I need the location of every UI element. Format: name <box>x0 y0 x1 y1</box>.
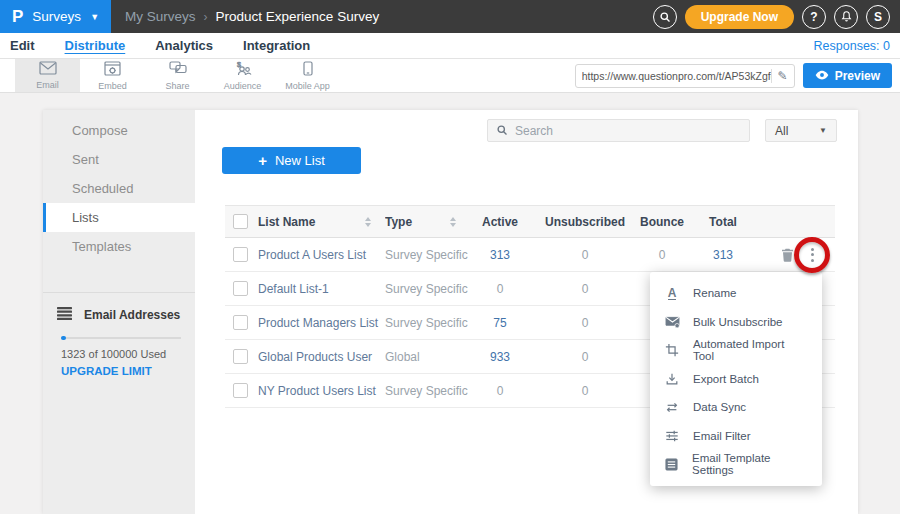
row-actions-kebab-menu[interactable] <box>806 245 819 265</box>
toolbar-item-label: Embed <box>98 81 127 91</box>
list-type: Global <box>385 350 420 364</box>
toolbar-item-audience[interactable]: $ Audience <box>210 59 275 92</box>
select-all-checkbox[interactable] <box>233 214 248 229</box>
list-type-filter-dropdown[interactable]: All ▼ <box>765 119 837 142</box>
product-switcher-label: Surveys <box>32 9 81 24</box>
top-navbar: P Surveys ▼ My Surveys › Product Experie… <box>0 0 900 33</box>
sidebar-item-sent[interactable]: Sent <box>43 145 195 174</box>
search-input[interactable] <box>515 124 741 138</box>
toolbar-right: ✎ Preview <box>575 63 900 88</box>
active-count[interactable]: 0 <box>470 282 530 296</box>
preview-button[interactable]: Preview <box>803 63 892 88</box>
product-switcher[interactable]: P Surveys ▼ <box>0 0 111 33</box>
list-name-link[interactable]: Default List-1 <box>258 282 329 296</box>
questionpro-logo: P <box>12 7 23 27</box>
sort-icon[interactable] <box>365 217 371 227</box>
menu-item-rename[interactable]: A Rename <box>650 279 822 308</box>
unsubscribed-count: 0 <box>530 384 640 398</box>
email-icon <box>39 61 57 79</box>
search-icon <box>496 122 508 140</box>
unsubscribed-count: 0 <box>530 282 640 296</box>
sidebar-item-compose[interactable]: Compose <box>43 116 195 145</box>
column-header-type[interactable]: Type <box>385 215 412 229</box>
list-type: Survey Specific <box>385 282 468 296</box>
embed-icon <box>104 61 121 80</box>
toolbar-item-label: Mobile App <box>285 81 330 91</box>
active-count[interactable]: 933 <box>470 350 530 364</box>
breadcrumb: My Surveys › Product Experience Survey <box>125 9 379 24</box>
help-button[interactable]: ? <box>802 5 826 29</box>
upgrade-now-button[interactable]: Upgrade Now <box>685 5 794 29</box>
list-type: Survey Specific <box>385 384 468 398</box>
sidebar-item-templates[interactable]: Templates <box>43 232 195 261</box>
toolbar-item-label: Audience <box>224 81 262 91</box>
active-count[interactable]: 0 <box>470 384 530 398</box>
row-checkbox[interactable] <box>233 281 248 296</box>
menu-item-email-template-settings[interactable]: Email Template Settings <box>650 450 822 479</box>
email-usage-progress-fill <box>61 336 66 340</box>
row-checkbox[interactable] <box>233 349 248 364</box>
row-actions-context-menu: A Rename Bulk Unsubscribe Automated Impo… <box>650 272 822 486</box>
app-window: P Surveys ▼ My Surveys › Product Experie… <box>0 0 900 514</box>
email-sidebar: Compose Sent Scheduled Lists Templates E… <box>43 110 195 514</box>
tab-distribute[interactable]: Distribute <box>65 38 126 53</box>
column-header-bounced: Bounced <box>640 215 684 229</box>
upgrade-limit-link[interactable]: UPGRADE LIMIT <box>61 365 152 377</box>
mobile-app-icon <box>303 61 313 80</box>
menu-item-label: Export Batch <box>693 373 759 385</box>
delete-trash-icon[interactable] <box>781 248 794 262</box>
total-count[interactable]: 313 <box>684 248 762 262</box>
sidebar-item-scheduled[interactable]: Scheduled <box>43 174 195 203</box>
active-count[interactable]: 313 <box>470 248 530 262</box>
search-icon[interactable] <box>653 5 677 29</box>
column-header-list-name[interactable]: List Name <box>258 215 315 229</box>
active-count[interactable]: 75 <box>470 316 530 330</box>
row-checkbox[interactable] <box>233 247 248 262</box>
list-name-link[interactable]: Global Products User <box>258 350 372 364</box>
toolbar-item-email[interactable]: Email <box>15 59 80 92</box>
avatar[interactable]: S <box>866 5 890 29</box>
export-batch-icon <box>664 372 680 386</box>
column-header-total: Total <box>684 215 762 229</box>
bulk-unsubscribe-icon <box>664 316 680 328</box>
chevron-down-icon: ▼ <box>90 12 99 22</box>
list-name-link[interactable]: Product Managers List <box>258 316 378 330</box>
menu-item-export-batch[interactable]: Export Batch <box>650 365 822 394</box>
tab-analytics[interactable]: Analytics <box>155 38 213 53</box>
new-list-button[interactable]: + New List <box>222 147 361 174</box>
menu-item-label: Email Template Settings <box>692 452 808 476</box>
survey-url-input[interactable] <box>582 70 771 82</box>
email-filter-icon <box>664 429 680 442</box>
menu-item-email-filter[interactable]: Email Filter <box>650 422 822 451</box>
toolbar-item-share[interactable]: Share <box>145 59 210 92</box>
tab-integration[interactable]: Integration <box>243 38 310 53</box>
automated-import-icon <box>664 343 680 357</box>
row-checkbox[interactable] <box>233 315 248 330</box>
edit-url-pencil-icon[interactable]: ✎ <box>771 69 788 83</box>
toolbar-item-embed[interactable]: Embed <box>80 59 145 92</box>
toolbar-item-mobile-app[interactable]: Mobile App <box>275 59 340 92</box>
row-checkbox[interactable] <box>233 383 248 398</box>
menu-item-automated-import-tool[interactable]: Automated Import Tool <box>650 336 822 365</box>
column-header-active: Active <box>470 215 530 229</box>
list-name-link[interactable]: NY Product Users List <box>258 384 376 398</box>
tab-edit[interactable]: Edit <box>10 38 35 53</box>
sidebar-item-lists[interactable]: Lists <box>43 203 195 232</box>
bounced-count: 0 <box>640 248 684 262</box>
filter-selected-value: All <box>775 124 788 138</box>
content-area: Compose Sent Scheduled Lists Templates E… <box>0 93 900 514</box>
menu-item-label: Automated Import Tool <box>693 338 808 362</box>
email-lists-card: Compose Sent Scheduled Lists Templates E… <box>43 110 858 514</box>
email-addresses-block: Email Addresses 1323 of 100000 Used UPGR… <box>43 293 195 379</box>
breadcrumb-my-surveys[interactable]: My Surveys <box>125 9 196 24</box>
email-usage-text: 1323 of 100000 Used <box>61 348 185 360</box>
menu-item-data-sync[interactable]: Data Sync <box>650 393 822 422</box>
list-name-link[interactable]: Product A Users List <box>258 248 366 262</box>
email-usage-progressbar <box>61 337 181 339</box>
menu-item-bulk-unsubscribe[interactable]: Bulk Unsubscribe <box>650 308 822 337</box>
toolbar-item-label: Email <box>36 80 59 90</box>
sort-icon[interactable] <box>450 217 456 227</box>
notifications-bell-icon[interactable] <box>834 5 858 29</box>
menu-item-label: Email Filter <box>693 430 751 442</box>
list-type: Survey Specific <box>385 248 468 262</box>
